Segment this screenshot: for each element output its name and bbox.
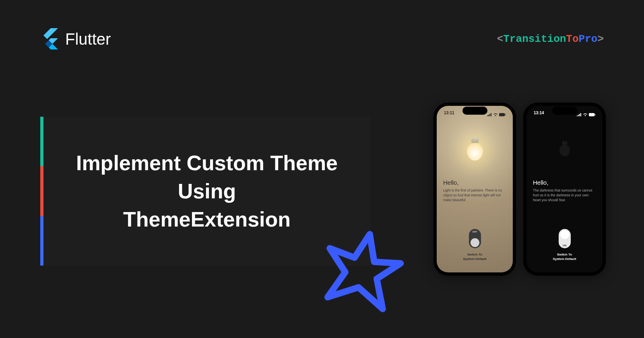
svg-rect-3 [595, 114, 596, 115]
brand-word-3: Pro [579, 33, 598, 45]
switch-line-2: System Default [463, 257, 487, 261]
greeting-text: Hello, [443, 179, 506, 186]
theme-toggle[interactable]: ON [559, 229, 571, 248]
bracket-icon: < [497, 33, 504, 45]
phone-notch [552, 107, 577, 115]
flutter-brand: Flutter [40, 28, 111, 50]
svg-rect-0 [499, 113, 505, 116]
flutter-icon [40, 28, 58, 50]
switch-to-default-button[interactable]: Switch To System Default [553, 252, 576, 261]
lightbulb-off-icon [559, 141, 570, 157]
title-line-3: ThemeExtension [123, 208, 291, 231]
transition-to-pro-brand: <TransitionToPro> [497, 33, 604, 45]
bulb-illustration [437, 119, 513, 179]
brand-word-1: Transition [503, 33, 566, 45]
toggle-state-label: ON [563, 244, 566, 247]
wifi-icon [583, 113, 588, 116]
theme-toggle[interactable]: OFF [469, 229, 481, 248]
status-time: 13:11 [444, 111, 454, 119]
star-icon [318, 225, 407, 314]
flutter-label: Flutter [65, 30, 111, 48]
title-line-1: Implement Custom Theme [76, 151, 338, 175]
status-time: 13:14 [534, 111, 544, 119]
bulb-illustration [526, 119, 603, 179]
phone-notch [462, 107, 487, 115]
content: Hello, Light is the first of painters. T… [437, 179, 513, 203]
battery-icon [499, 113, 506, 116]
signal-icon [577, 113, 582, 116]
page-title: Implement Custom Theme Using ThemeExtens… [76, 149, 338, 234]
greeting-text: Hello, [533, 179, 596, 186]
lightbulb-on-icon [467, 137, 483, 161]
switch-line-2: System Default [553, 257, 576, 261]
phone-dark-screen: 13:14 Hello, The darkness that surrounds… [526, 106, 603, 272]
signal-icon [487, 113, 492, 116]
svg-rect-1 [505, 114, 506, 115]
battery-icon [589, 113, 595, 116]
toggle-knob [471, 238, 479, 247]
bracket-icon: > [597, 33, 604, 45]
switch-to-default-button[interactable]: Switch To System Default [463, 252, 487, 261]
brand-word-2: To [566, 33, 578, 45]
title-line-2: Using [178, 179, 236, 203]
accent-bar [40, 117, 43, 266]
accent-green [40, 117, 43, 166]
status-icons [577, 111, 595, 119]
accent-blue [40, 216, 43, 266]
accent-red [40, 166, 43, 216]
content: Hello, The darkness that surrounds us ca… [526, 179, 603, 203]
svg-rect-2 [589, 113, 594, 116]
toggle-state-label: OFF [473, 231, 477, 233]
phone-light: 13:11 Hello, Light is the first of paint… [433, 103, 516, 276]
controls: OFF Switch To System Default [437, 229, 513, 272]
phone-mockups: 13:11 Hello, Light is the first of paint… [433, 103, 606, 276]
wifi-icon [493, 113, 498, 116]
phone-dark: 13:14 Hello, The darkness that surrounds… [523, 103, 606, 276]
quote-text: Light is the first of painters. There is… [443, 188, 506, 203]
status-icons [487, 111, 506, 119]
phone-light-screen: 13:11 Hello, Light is the first of paint… [437, 106, 513, 272]
switch-line-1: Switch To [557, 253, 572, 256]
toggle-knob [560, 230, 569, 239]
header: Flutter <TransitionToPro> [0, 0, 644, 50]
quote-text: The darkness that surrounds us cannot hu… [533, 188, 596, 203]
switch-line-1: Switch To [467, 253, 482, 256]
controls: ON Switch To System Default [526, 229, 603, 272]
